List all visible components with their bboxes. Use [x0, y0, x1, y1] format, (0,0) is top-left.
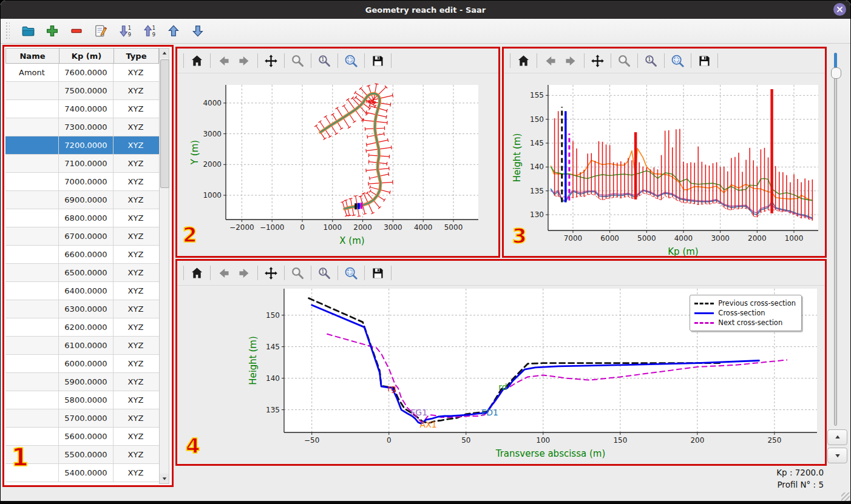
table-scrollbar[interactable]	[159, 48, 169, 484]
table-row[interactable]: 6900.0000XYZ	[5, 191, 159, 209]
table-cell-kp: 5600.0000	[59, 428, 114, 445]
zoom-one-button[interactable]	[317, 53, 332, 69]
back-icon	[543, 54, 557, 68]
forward-button[interactable]	[563, 53, 578, 69]
annotation-step-3: 3	[512, 226, 527, 246]
table-cell-type: XYZ	[114, 173, 158, 190]
table-row[interactable]: 5700.0000XYZ	[5, 409, 159, 428]
table-row[interactable]: 5800.0000XYZ	[5, 391, 159, 409]
svg-text:200: 200	[690, 436, 704, 445]
back-icon	[217, 54, 231, 68]
next-profile-button[interactable]	[827, 448, 847, 463]
home-button[interactable]	[189, 53, 205, 69]
table-row[interactable]: 7300.0000XYZ	[5, 118, 159, 136]
table-row[interactable]: 7500.0000XYZ	[5, 82, 159, 100]
main-toolbar	[1, 19, 850, 44]
remove-profile-button[interactable]	[69, 24, 84, 38]
slider-track[interactable]	[834, 53, 837, 426]
table-row[interactable]: 5900.0000XYZ	[5, 373, 159, 391]
zoom-one-button[interactable]	[643, 53, 659, 69]
header-type[interactable]: Type	[114, 49, 158, 63]
profile-list-panel: Name Kp (m) Type Amont7600.0000XYZ7500.0…	[2, 45, 174, 487]
resize-grip[interactable]	[841, 492, 850, 501]
slider-handle[interactable]	[831, 67, 841, 79]
table-row[interactable]: 6600.0000XYZ	[5, 246, 159, 264]
add-profile-button[interactable]	[45, 24, 59, 38]
pan-button[interactable]	[263, 53, 279, 69]
table-row[interactable]: 6300.0000XYZ	[5, 300, 159, 318]
table-row[interactable]: 6400.0000XYZ	[5, 282, 159, 300]
save-button[interactable]	[697, 53, 712, 69]
table-row[interactable]: Amont7600.0000XYZ	[5, 64, 159, 82]
back-button[interactable]	[543, 53, 558, 69]
scroll-down-button[interactable]	[160, 474, 169, 483]
header-name[interactable]: Name	[6, 49, 59, 63]
table-cell-type: XYZ	[114, 155, 158, 172]
previous-profile-button[interactable]	[827, 429, 847, 445]
save-button[interactable]	[370, 266, 385, 281]
pan-icon	[264, 54, 278, 68]
table-cell-kp: 6600.0000	[59, 246, 114, 263]
zoom-one-icon	[644, 54, 658, 68]
zoom-button[interactable]	[290, 53, 305, 69]
save-button[interactable]	[370, 53, 385, 69]
table-row[interactable]: 7400.0000XYZ	[5, 100, 159, 118]
toolbar-separator	[611, 53, 611, 68]
table-row[interactable]: 6500.0000XYZ	[5, 264, 159, 282]
home-button[interactable]	[516, 53, 531, 69]
table-row[interactable]: 6000.0000XYZ	[5, 355, 159, 373]
table-cell-kp: 6100.0000	[59, 337, 114, 354]
title-bar[interactable]: Geometry reach edit - Saar	[1, 1, 850, 19]
back-button[interactable]	[216, 53, 231, 69]
annotation-step-1: 1	[12, 445, 29, 469]
close-button[interactable]	[833, 3, 846, 16]
pan-button[interactable]	[263, 266, 279, 281]
table-row[interactable]: 7100.0000XYZ	[5, 155, 159, 173]
table-row[interactable]: 6100.0000XYZ	[5, 337, 159, 355]
open-file-button[interactable]	[21, 24, 35, 38]
table-cell-name: Amont	[5, 64, 59, 81]
pan-button[interactable]	[590, 53, 605, 69]
toolbar-separator	[691, 53, 691, 68]
table-row[interactable]: 7000.0000XYZ	[5, 173, 159, 191]
table-cell-type: XYZ	[114, 373, 158, 391]
header-kp[interactable]: Kp (m)	[59, 49, 114, 63]
zoom-one-button[interactable]	[317, 266, 332, 281]
table-row[interactable]: 6200.0000XYZ	[5, 318, 159, 337]
edit-profile-button[interactable]	[93, 24, 108, 38]
table-row[interactable]: 7200.0000XYZ	[5, 136, 159, 155]
scrollbar-thumb[interactable]	[160, 59, 169, 188]
sort-ascending-button[interactable]	[142, 24, 157, 38]
forward-button[interactable]	[237, 53, 252, 69]
move-up-button[interactable]	[166, 24, 181, 38]
back-button[interactable]	[216, 266, 231, 281]
toolbar-separator	[257, 266, 258, 280]
window-bottom-edge	[1, 501, 850, 504]
profile-slider[interactable]	[830, 53, 841, 426]
close-icon	[836, 6, 843, 13]
toolbar-separator	[717, 53, 718, 68]
sort-descending-button[interactable]	[118, 24, 132, 38]
zoom-button[interactable]	[290, 266, 305, 281]
zoom-rect-button[interactable]	[670, 53, 685, 69]
svg-text:−1000: −1000	[260, 223, 285, 232]
toolbar-grip-handle[interactable]	[5, 22, 10, 40]
table-cell-kp: 5900.0000	[59, 373, 114, 391]
table-cell-name	[5, 82, 59, 99]
table-row[interactable]: 6800.0000XYZ	[5, 209, 159, 227]
forward-button[interactable]	[237, 266, 252, 281]
zoom-rect-button[interactable]	[344, 53, 359, 69]
home-button[interactable]	[189, 266, 205, 281]
zoom-button[interactable]	[617, 53, 632, 69]
zoom-rect-button[interactable]	[344, 266, 359, 281]
table-row[interactable]: 6700.0000XYZ	[5, 227, 159, 246]
move-down-button[interactable]	[191, 24, 205, 38]
annotation-step-4: 4	[186, 435, 200, 456]
plan-view-chart[interactable]: −2000−1000010002000300040005000100020003…	[177, 73, 498, 257]
table-cell-kp: 6500.0000	[59, 264, 114, 281]
table-cell-type: XYZ	[114, 118, 158, 136]
scroll-up-button[interactable]	[160, 49, 169, 58]
longitudinal-chart[interactable]: 7000600050004000300020001000130135140145…	[504, 73, 825, 257]
table-cell-type: XYZ	[114, 409, 158, 427]
window-title: Geometry reach edit - Saar	[365, 5, 486, 15]
